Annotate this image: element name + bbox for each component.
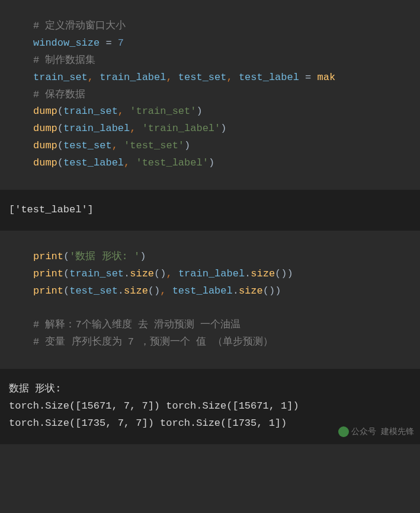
string: '数据 形状: ' xyxy=(69,251,140,262)
paren: ) xyxy=(140,251,146,262)
paren: ( xyxy=(63,251,69,262)
string: 'train_set' xyxy=(130,106,196,117)
watermark-label: 公众号 xyxy=(351,427,376,436)
code-line: dump(test_label, 'test_label') xyxy=(33,155,411,172)
watermark-name: 建模先锋 xyxy=(381,427,414,436)
code-line: # 变量 序列长度为 7 ，预测一个 值 （单步预测） xyxy=(33,334,411,351)
variable: test_set xyxy=(178,72,227,83)
code-line: # 保存数据 xyxy=(33,87,411,104)
method: size xyxy=(130,268,154,279)
paren: ( xyxy=(57,157,63,168)
paren: ( xyxy=(63,268,69,279)
comma: , xyxy=(130,123,142,134)
output-line: ['test_label'] xyxy=(9,202,411,219)
comma: , xyxy=(118,106,130,117)
function: print xyxy=(33,268,63,279)
code-block-2: print('数据 形状: ') print(train_set.size(),… xyxy=(0,231,420,369)
paren: ) xyxy=(209,157,214,168)
string: 'test_label' xyxy=(136,157,208,168)
operator: = xyxy=(299,72,318,83)
variable: train_set xyxy=(63,106,118,117)
paren: ( xyxy=(57,123,63,134)
output-block-2: 数据 形状: torch.Size([15671, 7, 7]) torch.S… xyxy=(0,369,420,444)
paren: ) xyxy=(154,285,160,297)
variable: test_label xyxy=(172,285,233,297)
paren: ( xyxy=(154,268,160,279)
comma: , xyxy=(88,72,100,83)
comma: , xyxy=(112,140,124,151)
paren: ) xyxy=(281,268,287,279)
paren: ( xyxy=(63,285,69,297)
variable: window_size xyxy=(33,37,100,49)
dot: . xyxy=(124,268,130,279)
number: 7 xyxy=(118,37,124,49)
paren: ) xyxy=(184,140,190,151)
comma: , xyxy=(166,268,178,279)
paren: ( xyxy=(57,140,63,151)
function: dump xyxy=(33,157,57,168)
variable: train_set xyxy=(69,268,124,279)
code-line: dump(test_set, 'test_set') xyxy=(33,138,411,155)
paren: ( xyxy=(263,285,269,297)
function: dump xyxy=(33,106,57,117)
paren: ) xyxy=(220,123,226,134)
variable: train_label xyxy=(63,123,130,134)
function: dump xyxy=(33,140,57,151)
code-line xyxy=(33,300,411,317)
function: dump xyxy=(33,123,57,134)
code-line: window_size = 7 xyxy=(33,35,411,52)
function: print xyxy=(33,251,63,262)
variable: train_label xyxy=(178,268,245,279)
method: size xyxy=(251,268,275,279)
variable: train_label xyxy=(100,72,166,83)
dot: . xyxy=(233,285,239,297)
dot: . xyxy=(245,268,251,279)
code-line: print('数据 形状: ') xyxy=(33,248,411,266)
dot: . xyxy=(118,285,124,297)
code-line: print(train_set.size(), train_label.size… xyxy=(33,266,411,283)
variable: test_label xyxy=(63,157,124,168)
code-line: print(test_set.size(), test_label.size()… xyxy=(33,283,411,300)
operator: = xyxy=(100,37,118,49)
paren: ( xyxy=(57,106,63,117)
paren: ) xyxy=(269,285,275,297)
function: print xyxy=(33,285,63,297)
comment: # 解释：7个输入维度 去 滑动预测 一个油温 xyxy=(33,319,241,330)
code-line: train_set, train_label, test_set, test_l… xyxy=(33,69,411,87)
code-line: # 解释：7个输入维度 去 滑动预测 一个油温 xyxy=(33,317,411,334)
paren: ) xyxy=(160,268,166,279)
watermark: 公众号 建模先锋 xyxy=(338,425,414,439)
paren: ) xyxy=(196,106,202,117)
comma: , xyxy=(160,285,172,297)
wechat-icon xyxy=(338,426,349,437)
variable: test_set xyxy=(63,140,112,151)
string: 'train_label' xyxy=(142,123,221,134)
paren: ) xyxy=(287,268,293,279)
code-line: dump(train_label, 'train_label') xyxy=(33,120,411,138)
variable: test_set xyxy=(69,285,118,297)
comment: # 定义滑动窗口大小 xyxy=(33,20,126,31)
comma: , xyxy=(166,72,178,83)
method: size xyxy=(239,285,263,297)
comma: , xyxy=(226,72,238,83)
string: 'test_set' xyxy=(124,140,184,151)
paren: ( xyxy=(275,268,281,279)
variable: train_set xyxy=(33,72,88,83)
output-block-1: ['test_label'] xyxy=(0,190,420,231)
paren: ( xyxy=(148,285,154,297)
comment: # 保存数据 xyxy=(33,89,85,100)
output-line: torch.Size([15671, 7, 7]) torch.Size([15… xyxy=(9,398,411,415)
comma: , xyxy=(124,157,136,168)
code-line: # 定义滑动窗口大小 xyxy=(33,18,411,35)
code-block-1: # 定义滑动窗口大小 window_size = 7 # 制作数据集 train… xyxy=(0,0,420,190)
variable: test_label xyxy=(239,72,299,83)
function: mak xyxy=(318,72,336,83)
output-line: 数据 形状: xyxy=(9,381,411,398)
code-line: # 制作数据集 xyxy=(33,52,411,69)
paren: ) xyxy=(275,285,281,297)
method: size xyxy=(124,285,148,297)
code-line: dump(train_set, 'train_set') xyxy=(33,103,411,120)
comment: # 制作数据集 xyxy=(33,55,95,66)
comment: # 变量 序列长度为 7 ，预测一个 值 （单步预测） xyxy=(33,336,273,348)
